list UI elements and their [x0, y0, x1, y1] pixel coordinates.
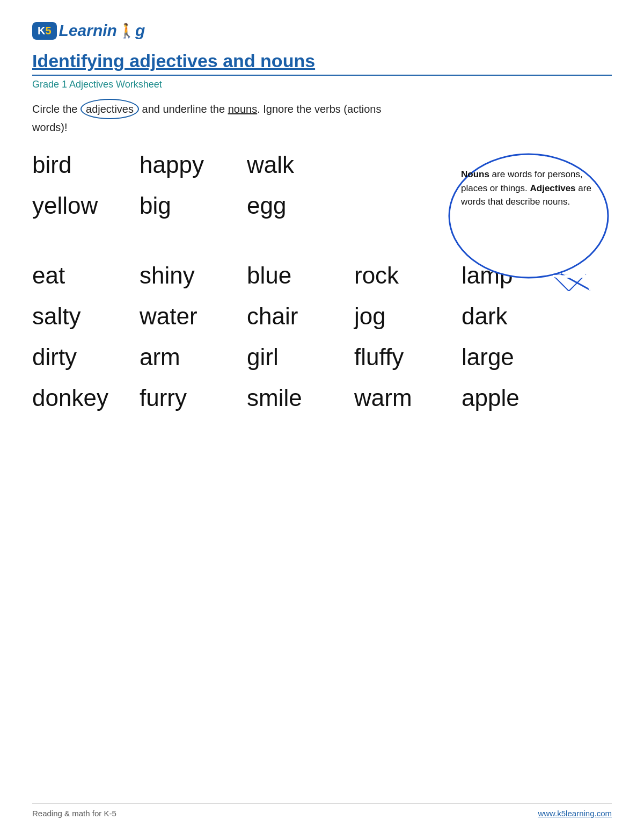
- word-furry: furry: [140, 385, 247, 411]
- word-bird: bird: [32, 151, 140, 178]
- logo-area: K5 Learnin🚶g: [32, 21, 612, 40]
- word-egg: egg: [247, 192, 354, 219]
- word-smile: smile: [247, 385, 354, 411]
- k5-badge: K5: [32, 22, 57, 40]
- bubble-svg: Nouns are words for persons, places or t…: [445, 151, 612, 291]
- bubble-nouns: Nouns: [461, 169, 489, 179]
- word-arm: arm: [140, 344, 247, 371]
- word-chair: chair: [247, 303, 354, 330]
- word-salty: salty: [32, 303, 140, 330]
- speech-bubble: Nouns are words for persons, places or t…: [445, 151, 612, 293]
- footer-left: Reading & math for K-5: [32, 809, 116, 818]
- word-row-6: donkey furry smile warm apple: [32, 385, 612, 411]
- word-row-4: salty water chair jog dark: [32, 303, 612, 330]
- word-warm: warm: [354, 385, 462, 411]
- subtitle: Grade 1 Adjectives Worksheet: [32, 79, 612, 90]
- word-row-5: dirty arm girl fluffy large: [32, 344, 612, 371]
- word-donkey: donkey: [32, 385, 140, 411]
- instructions-part2: and underline the: [139, 103, 228, 115]
- person-icon: 🚶: [118, 23, 135, 39]
- word-walk: walk: [247, 151, 354, 178]
- word-girl: girl: [247, 344, 354, 371]
- footer-link[interactable]: www.k5learning.com: [538, 809, 612, 818]
- word-eat: eat: [32, 262, 140, 289]
- bubble-adjectives: Adjectives: [530, 183, 576, 193]
- word-blue: blue: [247, 262, 354, 289]
- nouns-underlined: nouns: [228, 103, 258, 115]
- word-happy: happy: [140, 151, 247, 178]
- instructions: Circle the adjectives and underline the …: [32, 99, 408, 135]
- word-fluffy: fluffy: [354, 344, 462, 371]
- word-yellow: yellow: [32, 192, 140, 219]
- word-water: water: [140, 303, 247, 330]
- word-apple: apple: [462, 385, 569, 411]
- word-shiny: shiny: [140, 262, 247, 289]
- word-dirty: dirty: [32, 344, 140, 371]
- word-big: big: [140, 192, 247, 219]
- word-jog: jog: [354, 303, 462, 330]
- instructions-part1: Circle the: [32, 103, 80, 115]
- word-dark: dark: [462, 303, 569, 330]
- footer: Reading & math for K-5 www.k5learning.co…: [32, 803, 612, 818]
- content-area: Nouns are words for persons, places or t…: [32, 151, 612, 411]
- page-title: Identifying adjectives and nouns: [32, 50, 612, 76]
- learning-text: Learni: [59, 21, 107, 40]
- word-large: large: [462, 344, 569, 371]
- adjectives-circled: adjectives: [80, 99, 139, 119]
